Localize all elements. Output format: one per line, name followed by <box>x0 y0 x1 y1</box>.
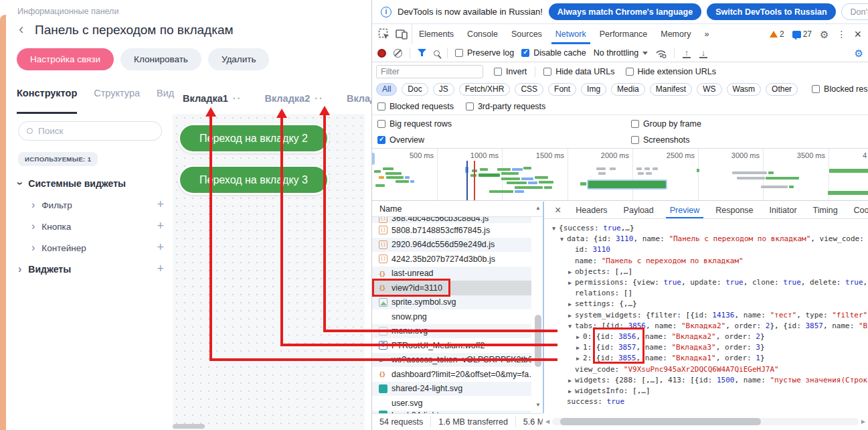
collapsed-arrow-icon[interactable]: ▶ <box>568 277 575 288</box>
record-network-log-icon[interactable] <box>377 49 386 58</box>
add-widget-icon[interactable]: + <box>157 263 164 275</box>
clear-network-log-icon[interactable] <box>394 49 402 58</box>
filter-chip-doc[interactable]: Doc <box>402 83 428 96</box>
scroll-left-icon[interactable]: ◀ <box>543 419 552 425</box>
devtools-tab-console[interactable]: Console <box>460 24 505 44</box>
devtools-tab-more[interactable]: » <box>697 24 715 44</box>
import-har-icon[interactable]: ↑ <box>682 50 691 56</box>
preview-tab-timing[interactable]: Timing <box>805 202 846 218</box>
canvas-tab-2[interactable]: Вкладка2·· <box>264 93 323 109</box>
preview-tab-preview[interactable]: Preview <box>662 202 707 218</box>
network-conditions-icon[interactable] <box>655 48 667 58</box>
scroll-up-icon[interactable]: ▲ <box>535 205 541 211</box>
network-settings-gear-icon[interactable]: ⚙ <box>855 48 863 60</box>
json-line[interactable]: view_code: "V9XsuPnc945aXr2DQCQ6W4A7QiEG… <box>544 364 868 375</box>
filter-chip-css[interactable]: CSS <box>515 83 543 96</box>
filter-chip-fetch-xhr[interactable]: Fetch/XHR <box>459 83 511 96</box>
filter-chip-all[interactable]: All <box>376 83 397 96</box>
name-column-header[interactable]: Name <box>372 202 543 217</box>
filter-chip-media[interactable]: Media <box>611 83 645 96</box>
console-messages-counter[interactable]: 27 <box>792 29 812 39</box>
chevron-right-icon[interactable]: › <box>31 200 35 210</box>
sidebar-item-фильтр[interactable]: ›Фильтр+ <box>18 194 164 216</box>
filter-chip-ws[interactable]: WS <box>697 83 721 96</box>
big-request-rows-checkbox[interactable]: Big request rows <box>377 119 452 129</box>
screenshots-checkbox[interactable]: Screenshots <box>631 135 689 145</box>
collapsed-arrow-icon[interactable]: ▶ <box>568 267 575 277</box>
devtools-tab-network[interactable]: Network <box>549 24 593 44</box>
widget-search[interactable] <box>18 121 162 141</box>
network-filter-input[interactable] <box>376 65 483 78</box>
json-line[interactable]: relations: [] <box>544 288 868 299</box>
sidebar-item-системные-виджеты[interactable]: ›Системные виджеты <box>18 173 164 194</box>
chevron-right-icon[interactable]: › <box>31 221 35 232</box>
invert-checkbox[interactable]: Invert <box>494 67 527 76</box>
group-by-frame-checkbox[interactable]: Group by frame <box>631 119 701 129</box>
sidebar-item-контейнер[interactable]: ›Контейнер+ <box>18 237 164 259</box>
sidebar-item-виджеты[interactable]: ›Виджеты+ <box>18 259 164 280</box>
network-request-row[interactable]: {}dashboard?limit=20&offset=0&my=fa… <box>372 367 531 382</box>
collapsed-arrow-icon[interactable]: ▶ <box>568 299 575 309</box>
scrollbar-thumb[interactable] <box>560 418 761 425</box>
inspect-element-icon[interactable] <box>378 28 390 40</box>
third-party-requests-checkbox[interactable]: 3rd-party requests <box>466 102 545 111</box>
filter-chip-manifest[interactable]: Manifest <box>650 83 692 96</box>
filter-chip-wasm[interactable]: Wasm <box>727 83 762 96</box>
delete-button[interactable]: Удалить <box>208 48 270 70</box>
scroll-down-icon[interactable]: ▼ <box>535 402 541 408</box>
add-widget-icon[interactable]: + <box>157 198 164 210</box>
preview-close-icon[interactable]: × <box>549 205 566 216</box>
filter-icon[interactable] <box>418 49 426 57</box>
throttling-dropdown[interactable]: No throttling <box>594 48 648 58</box>
json-line[interactable]: ▶widgetsInfo: [,…] <box>544 386 868 397</box>
expanded-arrow-icon[interactable]: ▼ <box>560 234 567 244</box>
json-line[interactable]: ▼data: {id: 3110, name: "Панель с перехо… <box>544 234 868 244</box>
disable-cache-checkbox[interactable]: Disable cache <box>521 48 586 58</box>
preserve-log-checkbox[interactable]: Preserve log <box>455 48 514 58</box>
overview-checkbox[interactable]: Overview <box>377 135 424 145</box>
sidebar-item-кнопка[interactable]: ›Кнопка+ <box>18 216 164 237</box>
devtools-tab-performance[interactable]: Performance <box>593 24 655 44</box>
goto-tab3-button[interactable]: Переход на вкладку 3 <box>178 165 329 195</box>
collapsed-arrow-icon[interactable]: ▶ <box>576 353 583 364</box>
back-chevron-icon[interactable]: ‹ <box>19 22 23 37</box>
json-line[interactable]: ▶settings: {,…} <box>544 299 868 309</box>
network-request-row[interactable]: shared-24-light.svg <box>372 382 531 397</box>
collapsed-arrow-icon[interactable]: ▶ <box>576 332 583 342</box>
filter-chip-js[interactable]: JS <box>433 83 454 96</box>
tab-constructor[interactable]: Конструктор <box>17 88 77 105</box>
chevron-right-icon[interactable]: › <box>18 264 21 275</box>
filter-chip-img[interactable]: Img <box>581 83 606 96</box>
tab-menu-dots-icon[interactable]: ·· <box>315 93 324 104</box>
preview-tab-cookies[interactable]: Cookies <box>846 202 868 218</box>
json-line[interactable]: success: true <box>544 397 868 407</box>
devtools-close-icon[interactable]: × <box>854 28 861 40</box>
hide-extension-urls-checkbox[interactable]: Hide extension URLs <box>626 67 716 76</box>
network-request-row[interactable]: {}368.4bc48c56cb3c88d4.js <box>372 217 531 223</box>
dashboard-canvas[interactable]: Переход на вкладку 2 Переход на вкладку … <box>173 114 365 430</box>
dont-show-again-button[interactable]: Don't show again <box>841 3 868 20</box>
add-widget-icon[interactable]: + <box>157 220 164 232</box>
collapsed-arrow-icon[interactable]: ▶ <box>568 386 575 397</box>
always-match-language-button[interactable]: Always match Chrome's language <box>549 3 701 20</box>
collapsed-arrow-icon[interactable]: ▶ <box>568 375 575 386</box>
filter-chip-other[interactable]: Other <box>766 83 798 96</box>
collapsed-arrow-icon[interactable]: ▶ <box>576 342 583 353</box>
scroll-right-icon[interactable]: ▶ <box>859 419 868 425</box>
blocked-response-cookies-checkbox[interactable]: Blocked response cookies <box>812 84 868 94</box>
preview-tab-payload[interactable]: Payload <box>616 202 662 218</box>
json-line[interactable]: ▼{success: true,…} <box>544 223 868 234</box>
expanded-arrow-icon[interactable]: ▼ <box>568 321 575 332</box>
breadcrumb[interactable]: Информационные панели <box>17 7 118 16</box>
network-request-row[interactable]: snow.png <box>372 309 531 324</box>
json-line[interactable]: id: 3110 <box>544 244 868 255</box>
preview-tab-response[interactable]: Response <box>707 202 761 218</box>
network-request-row[interactable]: user.svg <box>372 396 531 411</box>
tab-view[interactable]: Вид <box>157 88 174 105</box>
tab-structure[interactable]: Структура <box>94 88 140 105</box>
search-input[interactable] <box>38 126 153 136</box>
preview-tab-initiator[interactable]: Initiator <box>762 202 805 218</box>
export-har-icon[interactable]: ↓ <box>699 50 708 56</box>
json-line[interactable]: ▶widgets: {288: [,…], 413: [{id: 1500, n… <box>544 375 868 386</box>
clone-button[interactable]: Клонировать <box>120 48 201 70</box>
